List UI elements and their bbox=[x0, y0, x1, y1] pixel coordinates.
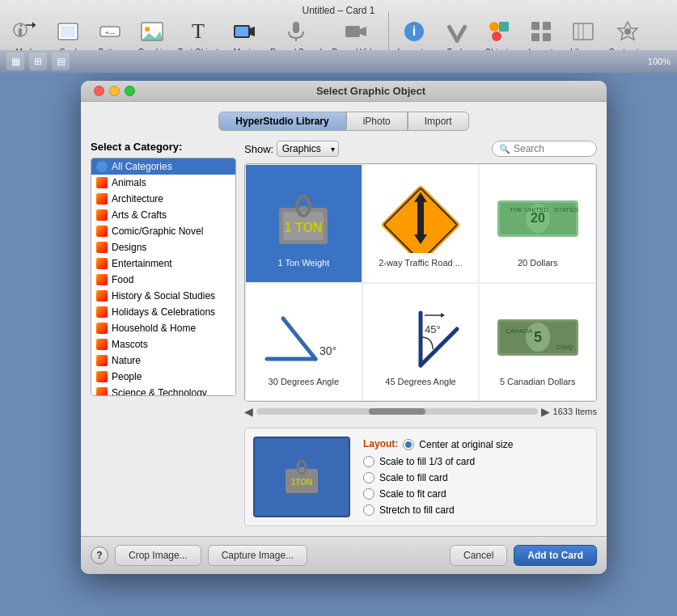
grid-item-traffic[interactable]: 2-way Traffic Road ... bbox=[362, 164, 480, 283]
svg-text:STATES: STATES bbox=[554, 206, 578, 213]
svg-rect-29 bbox=[531, 33, 539, 41]
graphics-grid: 1 TON 1 Ton Weight bbox=[244, 163, 597, 402]
category-list[interactable]: All Categories Animals Architecture bbox=[91, 158, 236, 396]
cat-science[interactable]: Science & Technology bbox=[91, 385, 235, 396]
show-label: Show: bbox=[244, 143, 273, 155]
layout-options: Layout: Center at original size Scale to… bbox=[363, 437, 513, 517]
arts-crafts-icon bbox=[96, 209, 108, 221]
grid-item-45deg[interactable]: 45° 45 Degrees Angle bbox=[362, 283, 480, 402]
ton-weight-canvas: 1 TON bbox=[255, 181, 352, 254]
cat-comic[interactable]: Comic/Graphic Novel bbox=[91, 223, 235, 239]
radio-stretch-btn[interactable] bbox=[363, 504, 374, 516]
scroll-row: ◀ ▶ 1633 Items bbox=[244, 405, 597, 418]
tab-iphoto[interactable]: iPhoto bbox=[346, 112, 408, 131]
designs-icon bbox=[96, 242, 108, 253]
cat-nature[interactable]: Nature bbox=[91, 352, 235, 369]
close-button[interactable] bbox=[94, 86, 104, 96]
grid-item-30deg[interactable]: 30° 30 Degrees Angle bbox=[245, 283, 362, 402]
layout-title: Layout: bbox=[363, 438, 398, 449]
cat-people[interactable]: People bbox=[91, 369, 235, 385]
cancel-button[interactable]: Cancel bbox=[450, 545, 507, 566]
search-icon: 🔍 bbox=[499, 144, 510, 154]
status-icon-3[interactable]: ▤ bbox=[52, 53, 70, 70]
cat-designs[interactable]: Designs bbox=[91, 239, 235, 255]
cat-food[interactable]: Food bbox=[91, 272, 235, 288]
graphic-icon bbox=[138, 17, 167, 46]
capture-button[interactable]: Capture Image... bbox=[208, 545, 307, 566]
svg-rect-45 bbox=[417, 218, 424, 234]
cat-arts-crafts[interactable]: Arts & Crafts bbox=[91, 207, 235, 223]
people-icon bbox=[96, 371, 108, 382]
item-label-5canadian: 5 Canadian Dollars bbox=[500, 377, 576, 386]
radio-center-btn[interactable] bbox=[403, 439, 414, 450]
dollars-canvas: 20 THE UNITED STATES bbox=[489, 182, 586, 255]
add-to-card-button[interactable]: Add to Card bbox=[514, 545, 597, 566]
radio-stretch[interactable]: Stretch to fill card bbox=[363, 504, 513, 516]
radio-scale-fill-label: Scale to fill card bbox=[379, 472, 448, 483]
maximize-button[interactable] bbox=[125, 86, 135, 96]
item-label-45deg: 45 Degrees Angle bbox=[385, 377, 455, 386]
svg-rect-43 bbox=[417, 202, 424, 218]
radio-scale-fill-btn[interactable] bbox=[363, 472, 374, 483]
animals-icon bbox=[96, 177, 108, 188]
cat-all-categories[interactable]: All Categories bbox=[91, 158, 235, 175]
mascots-icon bbox=[96, 339, 108, 350]
cat-label: Arts & Crafts bbox=[112, 209, 167, 221]
tab-hyperstudio[interactable]: HyperStudio Library bbox=[218, 112, 345, 131]
show-select[interactable]: Graphics bbox=[277, 141, 339, 157]
cat-label: Nature bbox=[112, 355, 141, 366]
food-icon bbox=[96, 274, 108, 285]
svg-marker-59 bbox=[441, 313, 445, 318]
status-bar: ▦ ⊞ ▤ 100% bbox=[0, 50, 677, 73]
radio-center[interactable]: Center at original size bbox=[403, 439, 513, 450]
layout-icon bbox=[527, 17, 556, 46]
grid-item-5canadian[interactable]: 5 CANADA CINQ 5 Canadian Dollars bbox=[479, 283, 596, 402]
svg-marker-14 bbox=[250, 27, 255, 36]
show-select-wrapper[interactable]: Graphics bbox=[277, 141, 339, 157]
item-count: 1633 Items bbox=[553, 407, 597, 416]
cat-history[interactable]: History & Social Studies bbox=[91, 288, 235, 304]
item-label-20dollars: 20 Dollars bbox=[518, 258, 558, 268]
movie-icon bbox=[230, 17, 259, 46]
library-icon bbox=[569, 17, 598, 46]
dialog-titlebar: Select Graphic Object bbox=[81, 81, 607, 102]
science-icon bbox=[96, 387, 108, 396]
scroll-thumb[interactable] bbox=[369, 408, 425, 415]
radio-scale-fit-btn[interactable] bbox=[363, 488, 374, 500]
grid-item-ton-weight[interactable]: 1 TON 1 Ton Weight bbox=[245, 164, 362, 283]
item-label-traffic: 2-way Traffic Road ... bbox=[379, 258, 463, 268]
cat-holidays[interactable]: Holidays & Celebrations bbox=[91, 304, 235, 320]
traffic-lights bbox=[87, 86, 142, 96]
graphics-top: Show: Graphics 🔍 bbox=[244, 141, 597, 157]
svg-text:T: T bbox=[192, 19, 205, 43]
search-box[interactable]: 🔍 bbox=[492, 141, 597, 157]
cat-household[interactable]: Household & Home bbox=[91, 320, 235, 336]
radio-scale-fill[interactable]: Scale to fill card bbox=[363, 472, 513, 483]
cat-mascots[interactable]: Mascots bbox=[91, 336, 235, 352]
help-button[interactable]: ? bbox=[91, 546, 108, 564]
app-title: Untitled – Card 1 bbox=[0, 5, 677, 16]
radio-scale-fit[interactable]: Scale to fit card bbox=[363, 488, 513, 500]
radio-scale-third[interactable]: Scale to fill 1/3 of card bbox=[363, 456, 513, 467]
scroll-left-icon: ◀ bbox=[244, 405, 253, 418]
search-input[interactable] bbox=[514, 143, 590, 154]
status-icon-2[interactable]: ⊞ bbox=[29, 53, 47, 70]
svg-rect-15 bbox=[235, 27, 248, 36]
cat-entertainment[interactable]: Entertainment bbox=[91, 255, 235, 272]
grid-item-20dollars[interactable]: 20 THE UNITED STATES 20 Dollars bbox=[479, 164, 596, 283]
status-icon-1[interactable]: ▦ bbox=[6, 53, 24, 70]
objects-icon bbox=[484, 17, 514, 46]
minimize-button[interactable] bbox=[109, 86, 120, 96]
scroll-track[interactable] bbox=[256, 408, 538, 415]
cat-animals[interactable]: Animals bbox=[91, 175, 235, 191]
radio-scale-third-btn[interactable] bbox=[363, 456, 374, 467]
mode-icon bbox=[11, 17, 40, 46]
svg-text:1 TON: 1 TON bbox=[285, 221, 323, 234]
card-icon bbox=[53, 17, 83, 46]
cat-architecture[interactable]: Architecture bbox=[91, 191, 235, 207]
crop-button[interactable]: Crop Image... bbox=[115, 545, 201, 566]
svg-text:1TON: 1TON bbox=[291, 478, 313, 487]
svg-text:CANADA: CANADA bbox=[506, 327, 533, 335]
tab-import[interactable]: Import bbox=[408, 112, 469, 131]
entertainment-icon bbox=[96, 258, 108, 269]
